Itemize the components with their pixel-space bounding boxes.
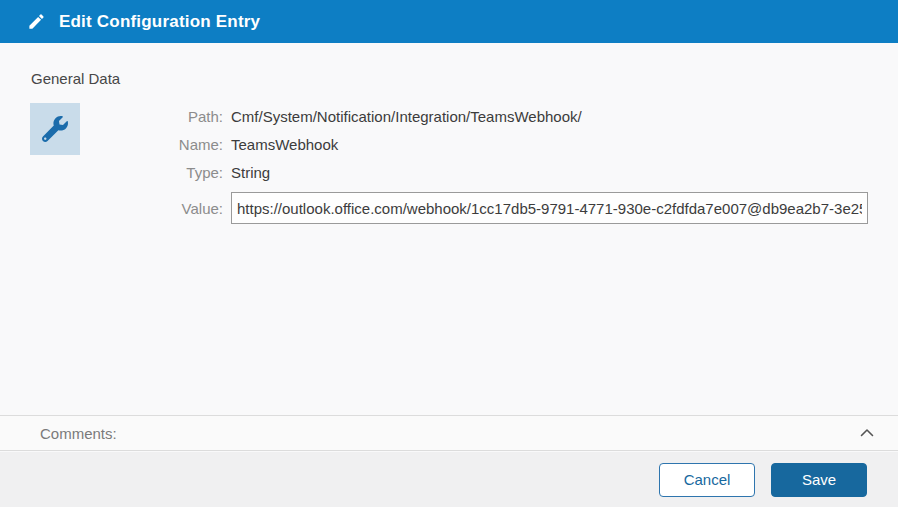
dialog-header: Edit Configuration Entry: [0, 0, 898, 43]
name-row: Name: TeamsWebhook: [0, 134, 868, 154]
type-value: String: [231, 164, 270, 181]
comments-label: Comments:: [40, 425, 117, 442]
value-row: Value:: [0, 192, 868, 224]
value-input[interactable]: [231, 192, 868, 224]
dialog-title: Edit Configuration Entry: [59, 12, 260, 32]
type-row: Type: String: [0, 162, 868, 182]
path-row: Path: Cmf/System/Notification/Integratio…: [0, 106, 868, 126]
cancel-button[interactable]: Cancel: [659, 463, 755, 497]
path-value: Cmf/System/Notification/Integration/Team…: [231, 108, 582, 125]
comments-bar[interactable]: Comments:: [0, 415, 898, 451]
save-button[interactable]: Save: [771, 463, 867, 497]
value-label: Value:: [0, 200, 223, 217]
name-value: TeamsWebhook: [231, 136, 338, 153]
type-label: Type:: [0, 164, 223, 181]
pencil-icon: [27, 12, 46, 31]
dialog-footer: Cancel Save: [0, 452, 898, 507]
section-title: General Data: [31, 70, 120, 87]
general-data-form: Path: Cmf/System/Notification/Integratio…: [0, 106, 868, 232]
name-label: Name:: [0, 136, 223, 153]
chevron-up-icon[interactable]: [859, 425, 875, 441]
path-label: Path:: [0, 108, 223, 125]
